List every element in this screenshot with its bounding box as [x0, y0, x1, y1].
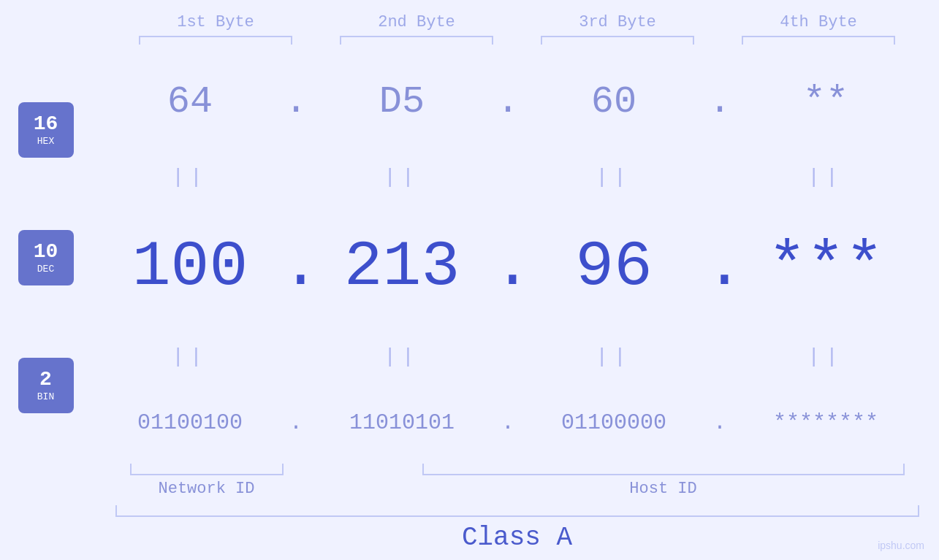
values-grid: 64 . D5 . 60 . ** || || || || 100: [91, 52, 939, 464]
dec-badge-number: 10: [34, 241, 58, 264]
bracket-top-4: [742, 36, 895, 45]
dec-b4: ***: [734, 231, 917, 303]
dec-badge-label: DEC: [37, 264, 54, 275]
main-content: 16 HEX 10 DEC 2 BIN 64 . D5 . 60 . **: [0, 52, 939, 464]
dec-dot-3: .: [705, 231, 734, 303]
main-container: 1st Byte 2nd Byte 3rd Byte 4th Byte 16 H…: [0, 0, 939, 560]
hex-badge: 16 HEX: [18, 102, 74, 158]
dec-dot-1: .: [281, 231, 311, 303]
network-id-label: Network ID: [115, 480, 298, 498]
eq1-b4: ||: [734, 166, 917, 188]
dec-b1: 100: [99, 231, 281, 303]
eq1-b3: ||: [522, 166, 705, 188]
byte4-header: 4th Byte: [727, 13, 910, 31]
dec-row: 100 . 213 . 96 . ***: [99, 231, 917, 303]
equals-row-1: || || || ||: [99, 166, 917, 188]
eq2-b2: ||: [311, 345, 493, 368]
hex-b1: 64: [99, 80, 281, 123]
byte2-header: 2nd Byte: [325, 13, 508, 31]
hex-row: 64 . D5 . 60 . **: [99, 80, 917, 123]
bin-row: 01100100 . 11010101 . 01100000 . *******…: [99, 410, 917, 435]
bin-dot-3: .: [705, 410, 734, 435]
dec-b3: 96: [522, 231, 705, 303]
eq2-b1: ||: [99, 345, 281, 368]
hex-badge-number: 16: [34, 113, 58, 136]
hex-dot-1: .: [281, 80, 311, 123]
bin-dot-2: .: [493, 410, 522, 435]
hex-b4: **: [734, 80, 917, 123]
eq2-b4: ||: [734, 345, 917, 368]
hex-b2: D5: [311, 80, 493, 123]
hex-dot-3: .: [705, 80, 734, 123]
hex-badge-label: HEX: [37, 136, 54, 147]
class-label: Class A: [115, 523, 919, 553]
bracket-top-2: [340, 36, 493, 45]
bracket-bottom-host: [422, 464, 905, 475]
bracket-top-1: [139, 36, 292, 45]
bottom-section: Network ID Host ID: [115, 464, 919, 498]
eq2-b3: ||: [522, 345, 705, 368]
top-brackets: [115, 36, 919, 45]
eq1-b1: ||: [99, 166, 281, 188]
byte3-header: 3rd Byte: [526, 13, 709, 31]
watermark: ipshu.com: [878, 540, 924, 551]
dec-badge: 10 DEC: [18, 230, 74, 285]
bottom-brackets: [115, 464, 919, 475]
hex-dot-2: .: [493, 80, 522, 123]
bin-badge-label: BIN: [37, 391, 54, 402]
host-id-label: Host ID: [408, 480, 919, 498]
bracket-top-3: [541, 36, 694, 45]
equals-row-2: || || || ||: [99, 345, 917, 368]
hex-b3: 60: [522, 80, 705, 123]
class-bracket: [115, 505, 919, 517]
bin-b2: 11010101: [311, 410, 493, 435]
bin-b4: ********: [734, 410, 917, 435]
bracket-bottom-network: [130, 464, 284, 475]
dec-b2: 213: [311, 231, 493, 303]
bin-badge-number: 2: [39, 369, 52, 391]
badges-column: 16 HEX 10 DEC 2 BIN: [0, 52, 91, 464]
byte1-header: 1st Byte: [124, 13, 307, 31]
dec-dot-2: .: [493, 231, 522, 303]
byte-headers-row: 1st Byte 2nd Byte 3rd Byte 4th Byte: [115, 0, 919, 31]
bin-b1: 01100100: [99, 410, 281, 435]
eq1-b2: ||: [311, 166, 493, 188]
bottom-labels: Network ID Host ID: [115, 480, 919, 498]
class-row: Class A: [115, 505, 919, 553]
bin-dot-1: .: [281, 410, 311, 435]
bin-b3: 01100000: [522, 410, 705, 435]
bin-badge: 2 BIN: [18, 358, 74, 413]
